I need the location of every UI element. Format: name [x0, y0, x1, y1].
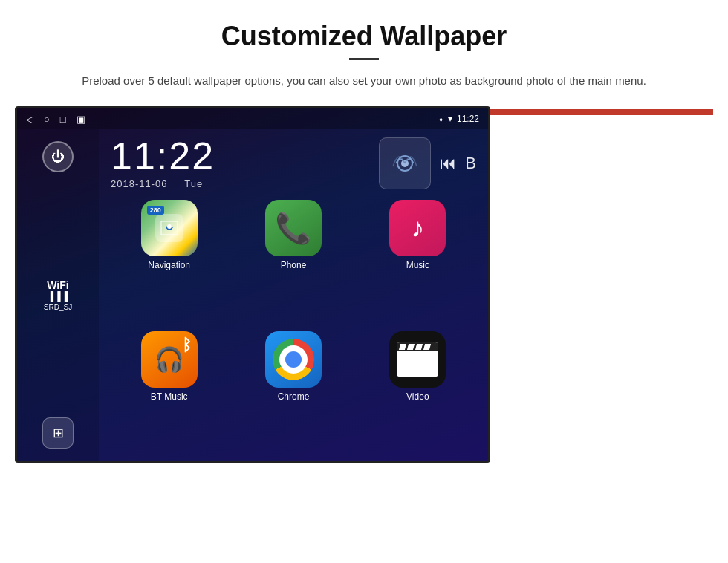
clapper-body [397, 342, 438, 377]
status-bar-right: ⬧ ▾ 11:22 [438, 114, 479, 124]
app-item-navigation[interactable]: 280 Navigation [111, 200, 227, 324]
clock-date: 2018-11-06 Tue [111, 178, 215, 189]
title-divider [349, 58, 379, 60]
phone-label: Phone [281, 260, 307, 270]
navigation-icon: 280 [141, 200, 198, 256]
wallpaper-panel: CarSetting [490, 106, 713, 118]
screen-content: ⏻ WiFi ▐▐▐ SRD_SJ ⊞ 11:22 [17, 129, 488, 461]
clock-info: 11:22 2018-11-06 Tue [111, 137, 215, 189]
clapper-icon [397, 342, 438, 377]
middle-strip [490, 109, 713, 115]
sidebar: ⏻ WiFi ▐▐▐ SRD_SJ ⊞ [17, 129, 99, 461]
android-screen: ◁ ○ □ ▣ ⬧ ▾ 11:22 ⏻ WiFi ▐▐ [15, 106, 490, 463]
btmusic-icon: 🎧 ᛒ [141, 331, 198, 388]
broadcast-icon [389, 147, 421, 180]
clapper-stripe-4 [423, 344, 431, 350]
app-item-music[interactable]: ♪ Music [360, 200, 476, 324]
clapper-bottom [397, 351, 438, 377]
music-icon: ♪ [389, 200, 446, 256]
phone-icon: 📞 [265, 200, 322, 256]
clapper-top [397, 342, 438, 351]
chrome-center-dot [285, 351, 302, 368]
nav-badge: 280 [147, 206, 164, 215]
media-controls: ⏮ B [379, 137, 476, 189]
music-label: Music [406, 260, 429, 270]
music-note-icon: ♪ [411, 212, 424, 244]
wifi-status-icon: ▾ [448, 114, 452, 124]
chrome-label: Chrome [278, 391, 310, 402]
status-time: 11:22 [457, 114, 479, 124]
chrome-circle [273, 339, 314, 380]
wifi-label: WiFi [44, 279, 72, 291]
back-icon[interactable]: ◁ [26, 114, 33, 125]
clock-time: 11:22 [111, 137, 215, 175]
location-icon: ⬧ [438, 114, 443, 124]
app-item-phone[interactable]: 📞 Phone [235, 200, 351, 324]
app-item-chrome[interactable]: Chrome [235, 331, 351, 455]
red-bar [490, 110, 713, 114]
screenshot-icon[interactable]: ▣ [77, 114, 85, 125]
wifi-info: WiFi ▐▐▐ SRD_SJ [44, 279, 72, 311]
grid-button[interactable]: ⊞ [42, 417, 74, 449]
chrome-icon [265, 331, 322, 388]
next-track-button[interactable]: B [465, 154, 476, 173]
maps-icon [152, 211, 186, 245]
btmusic-label: BT Music [151, 391, 188, 402]
bluetooth-symbol: ᛒ [182, 336, 192, 355]
device-container: ◁ ○ □ ▣ ⬧ ▾ 11:22 ⏻ WiFi ▐▐ [45, 106, 683, 463]
app-item-video[interactable]: Video [360, 331, 476, 455]
wifi-signal-bars: ▐▐▐ [44, 291, 72, 302]
clapper-stripe-1 [399, 344, 406, 350]
video-icon [389, 331, 446, 388]
app-grid: 280 Navigation [99, 194, 488, 461]
video-label: Video [406, 391, 429, 402]
status-bar: ◁ ○ □ ▣ ⬧ ▾ 11:22 [17, 108, 488, 129]
media-icon-box[interactable] [379, 137, 431, 189]
recent-icon[interactable]: □ [60, 114, 66, 125]
headphone-icon: 🎧 [155, 345, 184, 374]
page-subtitle: Preload over 5 default wallpaper options… [45, 72, 683, 90]
svg-point-3 [167, 224, 172, 229]
navigation-label: Navigation [148, 260, 190, 270]
clock-area: 11:22 2018-11-06 Tue [99, 129, 488, 194]
home-icon[interactable]: ○ [44, 114, 50, 125]
power-button[interactable]: ⏻ [42, 141, 74, 172]
app-item-btmusic[interactable]: 🎧 ᛒ BT Music [111, 331, 227, 455]
clapper-stripe-3 [415, 344, 423, 350]
page-title: Customized Wallpaper [45, 21, 683, 52]
prev-track-button[interactable]: ⏮ [440, 154, 456, 173]
status-bar-left: ◁ ○ □ ▣ [26, 114, 85, 125]
clapper-stripe-2 [407, 344, 415, 350]
main-area: 11:22 2018-11-06 Tue [99, 129, 488, 461]
wifi-ssid: SRD_SJ [44, 303, 72, 311]
